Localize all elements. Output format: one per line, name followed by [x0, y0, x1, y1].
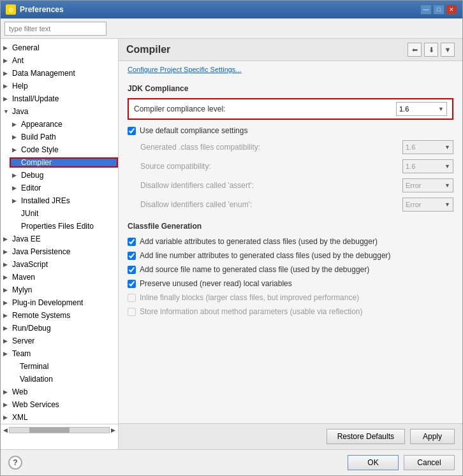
classfile-checkbox-3[interactable]: [128, 280, 136, 288]
sidebar-item-terminal[interactable]: Terminal: [1, 360, 118, 373]
label-appearance: Appearance: [21, 120, 62, 129]
classfile-generation-section: Classfile Generation Add variable attrib…: [128, 222, 453, 317]
sidebar-item-junit[interactable]: JUnit: [10, 207, 118, 220]
sidebar-item-xml[interactable]: ▶ XML: [1, 411, 118, 424]
disallow-enum-row: Disallow identifiers called 'enum': Erro…: [128, 196, 453, 213]
classfile-option-3: Preserve unused (never read) local varia…: [128, 278, 453, 289]
arrow-install-update: ▶: [3, 96, 11, 102]
sidebar-item-team[interactable]: ▶ Team: [1, 347, 118, 360]
sidebar-item-mylyn[interactable]: ▶ Mylyn: [1, 284, 118, 296]
sidebar-item-plugin-development[interactable]: ▶ Plug-in Development: [1, 296, 118, 309]
cancel-button[interactable]: Cancel: [404, 455, 455, 470]
window-title: Preferences: [20, 5, 64, 14]
classfile-option-0: Add variable attributes to generated cla…: [128, 236, 453, 247]
sidebar-item-maven[interactable]: ▶ Maven: [1, 271, 118, 284]
label-maven: Maven: [12, 273, 35, 282]
sidebar-item-editor[interactable]: ▶ Editor: [10, 182, 118, 194]
compiler-level-row: Compiler compliance level: 1.6 ▼: [128, 98, 453, 120]
arrow-code-style: ▶: [12, 147, 20, 153]
forward-button[interactable]: ⬇: [424, 43, 438, 57]
classfile-checkbox-4: [128, 294, 136, 302]
sidebar-item-install-update[interactable]: ▶ Install/Update: [1, 92, 118, 105]
classfile-option-2: Add source file name to generated class …: [128, 264, 453, 275]
sidebar-item-installed-jres[interactable]: ▶ Installed JREs: [10, 194, 118, 207]
use-default-checkbox[interactable]: [128, 127, 136, 135]
arrow-general: ▶: [3, 45, 11, 51]
sidebar-item-data-management[interactable]: ▶ Data Management: [1, 67, 118, 80]
label-javascript: JavaScript: [12, 260, 48, 269]
label-compiler: Compiler: [21, 158, 52, 167]
arrow-plugin-development: ▶: [3, 299, 11, 306]
source-compat-row: Source compatibility: 1.6 ▼: [128, 158, 453, 175]
filter-toolbar: [1, 18, 462, 39]
label-xml: XML: [12, 413, 28, 422]
history-dropdown-button[interactable]: ▼: [441, 43, 455, 57]
classfile-checkbox-2[interactable]: [128, 266, 136, 274]
arrow-web-services: ▶: [3, 401, 11, 408]
disallow-enum-select: Error ▼: [402, 198, 453, 212]
classfile-checkbox-1[interactable]: [128, 252, 136, 260]
sidebar-item-code-style[interactable]: ▶ Code Style: [10, 143, 118, 156]
sidebar-item-java[interactable]: ▼ Java: [1, 105, 118, 118]
arrow-javascript: ▶: [3, 261, 11, 268]
help-button[interactable]: ?: [8, 456, 22, 470]
sidebar-item-java-persistence[interactable]: ▶ Java Persistence: [1, 245, 118, 258]
sidebar-item-web[interactable]: ▶ Web: [1, 386, 118, 398]
sidebar-item-remote-systems[interactable]: ▶ Remote Systems: [1, 309, 118, 322]
sidebar-item-appearance[interactable]: ▶ Appearance: [10, 118, 118, 131]
disallow-assert-arrow: ▼: [445, 182, 450, 189]
dialog-footer: ? OK Cancel: [1, 449, 462, 475]
sidebar-item-compiler[interactable]: Compiler: [10, 156, 118, 169]
sidebar-item-general[interactable]: ▶ General: [1, 41, 118, 54]
arrow-installed-jres: ▶: [12, 198, 20, 204]
sidebar-item-validation[interactable]: Validation: [1, 373, 118, 386]
arrow-maven: ▶: [3, 274, 11, 280]
classfile-label-2: Add source file name to generated class …: [140, 265, 369, 274]
sidebar-item-web-services[interactable]: ▶ Web Services: [1, 398, 118, 411]
sidebar-item-help[interactable]: ▶ Help: [1, 80, 118, 92]
compiler-level-select[interactable]: 1.6 ▼: [396, 102, 447, 116]
sidebar-item-java-ee[interactable]: ▶ Java EE: [1, 233, 118, 245]
restore-defaults-button[interactable]: Restore Defaults: [327, 429, 405, 444]
classfile-label-0: Add variable attributes to generated cla…: [140, 237, 378, 246]
sidebar-item-properties-files[interactable]: Properties Files Edito: [10, 220, 118, 233]
configure-project-link[interactable]: Configure Project Specific Settings...: [128, 66, 242, 73]
sidebar-item-debug[interactable]: ▶ Debug: [10, 169, 118, 182]
sidebar-item-ant[interactable]: ▶ Ant: [1, 54, 118, 67]
classfile-label-4: Inline finally blocks (larger class file…: [140, 293, 359, 302]
back-button[interactable]: ⬅: [408, 43, 422, 57]
label-web-services: Web Services: [12, 400, 59, 409]
scroll-right-icon[interactable]: ▶: [111, 427, 115, 433]
disallow-assert-label: Disallow identifiers called 'assert':: [140, 181, 254, 190]
label-mylyn: Mylyn: [12, 285, 32, 294]
filter-input[interactable]: [4, 22, 107, 36]
disallow-assert-row: Disallow identifiers called 'assert': Er…: [128, 177, 453, 194]
label-help: Help: [12, 82, 28, 90]
arrow-appearance: ▶: [12, 121, 20, 127]
scroll-left-icon[interactable]: ◀: [3, 427, 8, 433]
label-java: Java: [12, 107, 28, 116]
classfile-checkbox-0[interactable]: [128, 238, 136, 246]
sidebar-item-run-debug[interactable]: ▶ Run/Debug: [1, 322, 118, 335]
sidebar-item-javascript[interactable]: ▶ JavaScript: [1, 258, 118, 271]
jdk-compliance-section: JDK Compliance Compiler compliance level…: [128, 84, 453, 213]
generated-class-label: Generated .class files compatibility:: [140, 143, 260, 152]
right-panel: Compiler ⬅ ⬇ ▼ Configure Project Specifi…: [119, 39, 462, 449]
classfile-checkbox-5: [128, 308, 136, 316]
window-controls: — □ ✕: [420, 4, 457, 15]
configure-link-row: Configure Project Specific Settings...: [119, 61, 462, 78]
sidebar-item-build-path[interactable]: ▶ Build Path: [10, 131, 118, 143]
generated-class-select: 1.6 ▼: [402, 140, 453, 154]
arrow-mylyn: ▶: [3, 287, 11, 293]
generated-class-arrow: ▼: [445, 144, 450, 150]
ok-button[interactable]: OK: [348, 455, 399, 470]
arrow-server: ▶: [3, 338, 11, 344]
maximize-button[interactable]: □: [433, 4, 445, 15]
sidebar-item-server[interactable]: ▶ Server: [1, 335, 118, 347]
arrow-help: ▶: [3, 83, 11, 89]
apply-button[interactable]: Apply: [410, 429, 455, 444]
minimize-button[interactable]: —: [420, 4, 432, 15]
arrow-ant: ▶: [3, 57, 11, 64]
close-button[interactable]: ✕: [446, 4, 457, 15]
window-icon: ⚙: [6, 4, 16, 15]
